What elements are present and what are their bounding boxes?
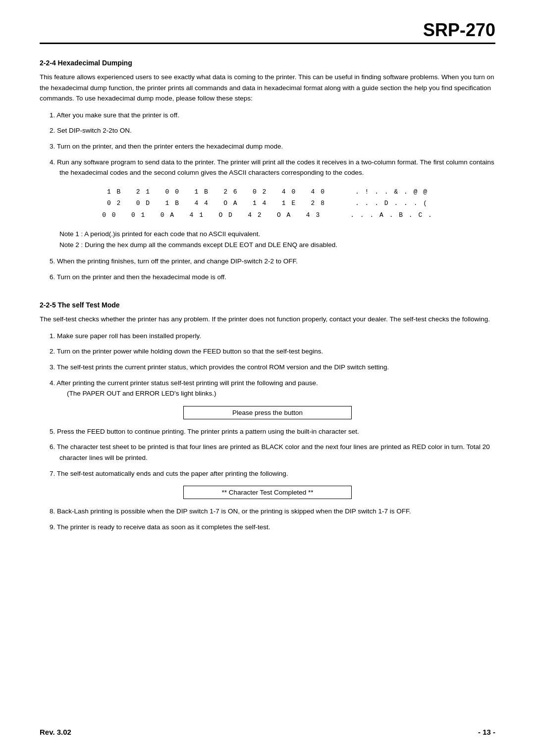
char-test-text: ** Character Test Completed **: [221, 489, 313, 496]
hex-step-3: 3. Turn on the printer, and then the pri…: [50, 141, 495, 152]
hex-table: 1 B 2 1 0 0 1 B 2 6 0 2 4 0 4 0 . ! . . …: [40, 186, 495, 221]
selftest-step-5: 5. Press the FEED button to continue pri…: [50, 426, 495, 437]
section-heading-selftest: 2-2-5 The self Test Mode: [40, 301, 495, 309]
hex-step-2: 2. Set DIP-switch 2-2to ON.: [50, 125, 495, 136]
selftest-step-9: 9. The printer is ready to receive data …: [50, 522, 495, 533]
footer-page: - 13 -: [478, 728, 495, 736]
selftest-step-2: 2. Turn on the printer power while holdi…: [50, 346, 495, 357]
press-button-box: Please press the button: [183, 406, 352, 419]
section-self-test: 2-2-5 The self Test Mode The self-test c…: [40, 293, 495, 532]
hex-row-2-left: 0 2 0 D 1 B 4 4 O A 1 4 1 E 2 8: [107, 198, 325, 209]
hex-row-1-left: 1 B 2 1 0 0 1 B 2 6 0 2 4 0 4 0: [107, 186, 325, 198]
hex-step-4: 4. Run any software program to send data…: [50, 157, 495, 178]
selftest-step-8: 8. Back-Lash printing is possible when t…: [50, 506, 495, 517]
hex-row-3-left: 0 0 0 1 0 A 4 1 O D 4 2 O A 4 3: [102, 209, 321, 221]
selftest-step-4: 4. After printing the current printer st…: [50, 378, 495, 399]
note-block: Note 1 : A period(.)is printed for each …: [59, 229, 476, 250]
hex-row-3-right: . . . A . B . C .: [350, 209, 433, 221]
section-heading-hex: 2-2-4 Hexadecimal Dumping: [40, 59, 495, 67]
note-2: Note 2 : During the hex dump all the com…: [59, 240, 476, 251]
footer: Rev. 3.02 - 13 -: [40, 728, 495, 736]
note-1: Note 1 : A period(.)is printed for each …: [59, 229, 476, 240]
selftest-step-6: 6. The character test sheet to be printe…: [50, 442, 495, 463]
page: SRP-270 2-2-4 Hexadecimal Dumping This f…: [0, 0, 535, 756]
page-title: SRP-270: [40, 20, 495, 44]
hex-step-1: 1. After you make sure that the printer …: [50, 110, 495, 121]
selftest-step-1: 1. Make sure paper roll has been install…: [50, 331, 495, 342]
section-hex-dumping: 2-2-4 Hexadecimal Dumping This feature a…: [40, 59, 495, 282]
hex-step-6: 6. Turn on the printer and then the hexa…: [50, 272, 495, 283]
hex-row-3: 0 0 0 1 0 A 4 1 O D 4 2 O A 4 3 . . . A …: [40, 209, 495, 221]
press-button-text: Please press the button: [232, 409, 303, 416]
hex-row-2-right: . . . D . . . (: [355, 198, 428, 209]
footer-rev: Rev. 3.02: [40, 728, 71, 736]
hex-row-1-right: . ! . . & . @ @: [355, 186, 428, 198]
selftest-step-3: 3. The self-test prints the current prin…: [50, 362, 495, 373]
section-selftest-intro: The self-test checks whether the printer…: [40, 314, 495, 325]
hex-row-2: 0 2 0 D 1 B 4 4 O A 1 4 1 E 2 8 . . . D …: [40, 198, 495, 209]
section-hex-intro: This feature allows experienced users to…: [40, 72, 495, 104]
hex-row-1: 1 B 2 1 0 0 1 B 2 6 0 2 4 0 4 0 . ! . . …: [40, 186, 495, 198]
selftest-step-7: 7. The self-test automatically ends and …: [50, 468, 495, 479]
hex-step-5: 5. When the printing finishes, turn off …: [50, 256, 495, 267]
char-test-box: ** Character Test Completed **: [183, 486, 352, 499]
